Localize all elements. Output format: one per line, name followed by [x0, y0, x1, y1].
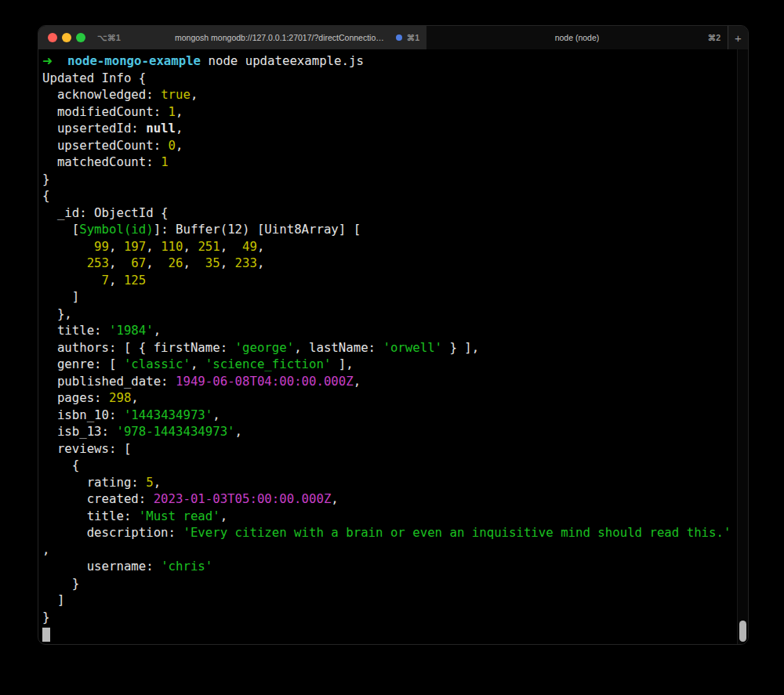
terminal-text-segment: title:	[42, 509, 139, 523]
terminal-line: }	[42, 609, 737, 626]
terminal-text-segment: ,	[154, 475, 161, 490]
terminal-text-segment: _id: ObjectId {	[42, 205, 169, 220]
terminal-text-segment: acknowledged:	[42, 87, 161, 102]
terminal-text-segment: created:	[42, 491, 154, 506]
terminal-text-segment: 'science_fiction'	[205, 357, 332, 371]
terminal-text-segment: 1	[161, 154, 168, 169]
terminal-text-segment: '1443434973'	[124, 407, 212, 422]
terminal-line: }	[42, 171, 737, 188]
terminal-text-segment: ,	[176, 138, 183, 153]
terminal-line: modifiedCount: 1,	[42, 103, 737, 121]
terminal-text-segment: 233	[235, 255, 257, 270]
terminal-text-segment: 35	[198, 255, 220, 270]
terminal-text-segment: 'classic'	[124, 357, 191, 371]
terminal-text-segment: ,	[109, 239, 124, 254]
terminal-text-segment: {	[42, 458, 79, 472]
terminal-text-segment: 'Must read'	[139, 509, 220, 523]
terminal-text-segment: 197	[124, 239, 146, 254]
terminal-line: username: 'chris'	[42, 558, 737, 575]
minimize-button[interactable]	[62, 33, 71, 42]
terminal-line: 99, 197, 110, 251, 49,	[42, 238, 737, 255]
terminal-text-segment: ]: Buffer(12) [Uint8Array] [	[154, 222, 361, 237]
terminal-text-segment: 49	[235, 239, 257, 254]
tab-mongosh[interactable]: mongosh mongodb://127.0.0.1:27017/?direc…	[132, 26, 426, 49]
tab-node[interactable]: node (node) ⌘2	[426, 26, 728, 49]
terminal-window: ⌥⌘1 mongosh mongodb://127.0.0.1:27017/?d…	[38, 25, 749, 645]
terminal-text-segment: 253	[87, 255, 109, 270]
terminal-line: ]	[42, 592, 737, 609]
terminal-text-segment: ,	[220, 509, 227, 523]
terminal-text-segment: ,	[191, 87, 198, 102]
terminal-line: pages: 298,	[42, 389, 737, 407]
terminal-text-segment: ,	[146, 239, 161, 254]
terminal-text-segment: isb_13:	[42, 424, 116, 439]
terminal-text-segment: ,	[183, 239, 198, 254]
terminal-text-segment: 'orwell'	[383, 340, 442, 355]
terminal-line: created: 2023-01-03T05:00:00.000Z,	[42, 490, 737, 508]
terminal-text-segment: upsertedCount:	[42, 138, 169, 153]
terminal-line: ➜ node-mongo-example node updateexample.…	[42, 52, 737, 70]
terminal-line	[42, 625, 737, 643]
terminal-line: [Symbol(id)]: Buffer(12) [Uint8Array] [	[42, 221, 737, 238]
terminal-text-segment: 110	[161, 239, 183, 254]
tab-shortcut-label: ⌘2	[708, 33, 720, 42]
terminal-text-segment: {	[42, 188, 49, 203]
terminal-line: ,	[42, 541, 737, 559]
tab-shortcut-group: ⌘2	[708, 26, 720, 49]
terminal-text-segment: description:	[42, 525, 183, 540]
terminal-line: upsertedId: null,	[42, 120, 737, 137]
tab-shortcut-group: ⌘1	[396, 26, 419, 49]
terminal-text-segment: } ],	[442, 340, 479, 355]
terminal-text-segment: ,	[191, 357, 205, 371]
terminal-text-segment: node-mongo-example	[67, 53, 201, 68]
terminal-text-segment: '1984'	[109, 323, 154, 338]
terminal-text-segment: ,	[220, 255, 235, 270]
terminal-text-segment: }	[42, 610, 49, 624]
terminal-text-segment: ,	[212, 407, 220, 422]
terminal-text-segment: , lastName:	[294, 340, 383, 355]
terminal-text-segment: ],	[331, 357, 353, 371]
terminal-text-segment: 5	[146, 475, 153, 490]
close-button[interactable]	[48, 33, 57, 42]
terminal-line: {	[42, 457, 737, 474]
tab-shortcut-label: ⌘1	[407, 33, 419, 42]
terminal-text-segment: ,	[42, 542, 49, 557]
terminal-line: matchedCount: 1	[42, 154, 737, 171]
terminal-text-segment: 'chris'	[161, 559, 212, 574]
scrollbar[interactable]	[737, 49, 748, 644]
terminal-line: published_date: 1949-06-08T04:00:00.000Z…	[42, 373, 737, 390]
terminal-text-segment: 67	[124, 255, 146, 270]
terminal-text-segment: }	[42, 576, 79, 591]
terminal-line: description: 'Every citizen with a brain…	[42, 524, 737, 541]
window-shortcut-label: ⌥⌘1	[97, 33, 121, 43]
terminal-text-segment: ,	[176, 121, 183, 136]
terminal-text-segment: 2023-01-03T05:00:00.000Z	[154, 491, 332, 506]
terminal-text-segment: ,	[235, 424, 242, 439]
activity-indicator-dot	[396, 34, 402, 41]
window-controls: ⌥⌘1	[38, 26, 132, 49]
terminal-text-segment: }	[42, 172, 49, 186]
terminal-line: _id: ObjectId {	[42, 205, 737, 222]
terminal-text-segment: '978-1443434973'	[116, 424, 234, 439]
terminal-text-segment: },	[42, 306, 72, 321]
terminal-line: 7, 125	[42, 272, 737, 289]
terminal-text-segment: 26	[161, 255, 183, 270]
terminal-line: {	[42, 187, 737, 205]
tab-bar: ⌥⌘1 mongosh mongodb://127.0.0.1:27017/?d…	[38, 26, 748, 49]
terminal-line: genre: [ 'classic', 'science_fiction' ],	[42, 356, 737, 373]
terminal-text-segment: true	[161, 87, 191, 102]
terminal-text-segment: 'Every citizen with a brain or even an i…	[183, 525, 731, 540]
terminal-text-segment: ,	[257, 255, 264, 270]
new-tab-button[interactable]: +	[728, 26, 748, 49]
terminal-text-segment: 'george'	[235, 340, 295, 355]
terminal-line: isb_13: '978-1443434973',	[42, 423, 737, 440]
terminal-text-segment: ,	[354, 374, 361, 389]
terminal-text-segment: ,	[220, 239, 235, 254]
scrollbar-thumb[interactable]	[739, 621, 746, 642]
terminal-text-segment	[53, 53, 67, 68]
terminal-text-segment: ,	[154, 323, 161, 338]
terminal-line: title: '1984',	[42, 322, 737, 339]
zoom-button[interactable]	[76, 33, 85, 42]
terminal-output[interactable]: ➜ node-mongo-example node updateexample.…	[38, 49, 737, 644]
terminal-text-segment	[42, 239, 87, 254]
